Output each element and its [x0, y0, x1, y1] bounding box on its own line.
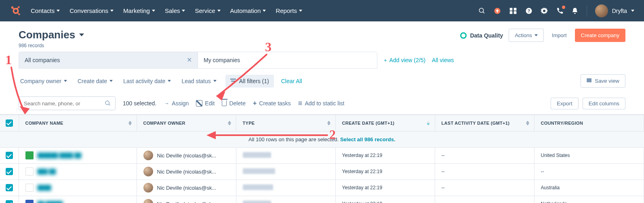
chevron-down-icon: [64, 80, 67, 82]
edit-action[interactable]: Edit: [196, 100, 215, 107]
header-create-date[interactable]: Create Date (GMT+1): [335, 115, 435, 131]
header-label: Company owner: [143, 121, 185, 126]
company-name-cell[interactable]: ██████ ████ ██: [19, 147, 137, 163]
avatar: [595, 4, 608, 17]
search-icon[interactable]: [478, 7, 486, 15]
view-tab-label: My companies: [204, 57, 240, 63]
plus-icon: +: [384, 57, 387, 63]
create-tasks-action[interactable]: Create tasks: [253, 100, 291, 107]
row-checkbox[interactable]: [6, 168, 13, 175]
table-row: ██ █████ Nic Deville (nicolas@sk... Yest…: [0, 196, 644, 203]
create-company-button[interactable]: Create company: [575, 29, 625, 42]
nav-reports[interactable]: Reports: [276, 7, 302, 14]
export-button[interactable]: Export: [551, 98, 579, 109]
marketplace-icon[interactable]: [509, 7, 517, 15]
nav-contacts[interactable]: Contacts: [31, 7, 60, 14]
owner-name: Nic Deville (nicolas@sk...: [157, 201, 217, 203]
settings-icon[interactable]: [541, 7, 548, 15]
chevron-down-icon: [631, 10, 634, 12]
header-company-name[interactable]: Company name: [19, 115, 137, 131]
upgrade-icon[interactable]: [494, 7, 501, 15]
records-count: 986 records: [19, 43, 84, 48]
sort-icon: [228, 121, 231, 125]
row-checkbox[interactable]: [6, 184, 13, 191]
header-company-owner[interactable]: Company owner: [137, 115, 236, 131]
save-view-button[interactable]: Save view: [581, 74, 625, 88]
edit-columns-button[interactable]: Edit columns: [583, 98, 625, 109]
svg-line-17: [109, 104, 110, 105]
nav-menus: Contacts Conversations Marketing Sales S…: [31, 7, 469, 14]
view-tab-my-companies[interactable]: My companies: [198, 52, 377, 68]
all-filters-chip[interactable]: All filters (1): [225, 75, 274, 88]
assign-action[interactable]: Assign: [164, 100, 189, 107]
actions-button[interactable]: Actions: [509, 29, 544, 42]
chevron-down-icon: [263, 10, 266, 12]
chevron-down-icon: [535, 34, 538, 36]
all-views-link[interactable]: All views: [432, 57, 454, 63]
sort-icon: [128, 121, 132, 125]
help-icon[interactable]: ?: [525, 7, 532, 15]
nav-sales[interactable]: Sales: [165, 7, 185, 14]
company-name-blurred: ██████ ████ ██: [38, 153, 82, 158]
close-icon[interactable]: ✕: [187, 57, 192, 63]
type-blurred: [243, 168, 275, 174]
nav-label: Service: [195, 7, 215, 14]
nav-conversations[interactable]: Conversations: [69, 7, 114, 14]
view-tab-all-companies[interactable]: All companies ✕: [19, 52, 198, 68]
filter-lead-status[interactable]: Lead status: [180, 75, 218, 87]
filter-create-date[interactable]: Create date: [76, 75, 114, 87]
header-type[interactable]: Type: [236, 115, 335, 131]
add-to-list-action[interactable]: Add to static list: [298, 100, 345, 107]
type-cell: [236, 180, 335, 196]
svg-rect-12: [509, 11, 512, 14]
edit-label: Edit: [205, 100, 215, 107]
type-cell: [236, 196, 335, 203]
all-filters-label: All filters (1): [239, 78, 269, 84]
nav-service[interactable]: Service: [195, 7, 220, 14]
page-header: Companies 986 records Data Quality Actio…: [0, 21, 644, 52]
filter-company-owner[interactable]: Company owner: [19, 75, 69, 87]
select-all-records-link[interactable]: Select all 986 records.: [340, 136, 396, 142]
country-cell: United States: [534, 147, 644, 163]
company-name-blurred: ██ █████: [38, 201, 63, 203]
nav-label: Sales: [165, 7, 180, 14]
nav-marketing[interactable]: Marketing: [123, 7, 155, 14]
account-menu[interactable]: Dryfta: [595, 4, 634, 17]
header-checkbox-cell: [0, 115, 19, 131]
filter-last-activity[interactable]: Last activity date: [122, 75, 173, 87]
country-cell: Australia: [534, 180, 644, 196]
delete-action[interactable]: Delete: [222, 100, 245, 107]
nav-automation[interactable]: Automation: [230, 7, 266, 14]
phone-icon[interactable]: [556, 7, 563, 15]
row-checkbox[interactable]: [6, 200, 13, 203]
data-quality-link[interactable]: Data Quality: [460, 32, 503, 39]
page-title-dropdown[interactable]: Companies: [19, 29, 84, 41]
header-country[interactable]: Country/Region: [534, 115, 644, 131]
country-cell: --: [534, 163, 644, 180]
bookmark-icon: [587, 78, 591, 84]
company-name-cell[interactable]: ██ █████: [19, 196, 137, 203]
search-input-wrapper[interactable]: [19, 96, 116, 110]
chevron-down-icon: [299, 10, 302, 12]
hubspot-logo-icon[interactable]: [10, 5, 22, 17]
account-name: Dryfta: [612, 8, 627, 14]
import-button[interactable]: Import: [549, 29, 569, 42]
row-checkbox[interactable]: [6, 152, 13, 159]
header-label: Company name: [25, 121, 63, 126]
nav-label: Marketing: [123, 7, 150, 14]
select-all-checkbox[interactable]: [6, 119, 13, 127]
company-name-cell[interactable]: ███ ██: [19, 163, 137, 180]
header-last-activity[interactable]: Last Activity Date (GMT+1): [435, 115, 534, 131]
trash-icon: [222, 100, 227, 106]
sort-desc-icon: [427, 121, 430, 125]
notifications-icon[interactable]: [571, 7, 579, 15]
clear-all-link[interactable]: Clear All: [281, 78, 302, 84]
created-cell: Yesterday at 22:19: [335, 147, 435, 163]
search-icon: [105, 100, 111, 107]
search-input[interactable]: [23, 100, 101, 107]
add-view-button[interactable]: + Add view (2/5): [384, 57, 425, 63]
delete-label: Delete: [229, 100, 245, 107]
company-name-cell[interactable]: ████: [19, 180, 137, 196]
owner-cell: Nic Deville (nicolas@sk...: [137, 163, 236, 180]
nav-label: Automation: [230, 7, 261, 14]
